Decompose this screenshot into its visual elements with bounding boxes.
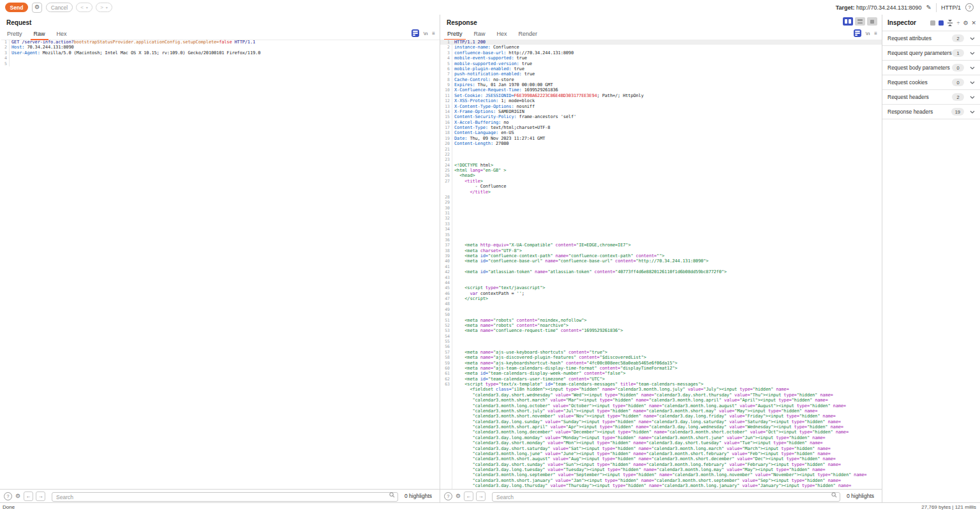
- tab-raw[interactable]: Raw: [28, 31, 51, 40]
- code-line: 25<html lang="en-GB" >: [440, 168, 882, 173]
- layout-columns-button[interactable]: [843, 17, 853, 26]
- edit-target-icon[interactable]: ✎: [926, 4, 932, 11]
- code-line: 10X-Confluence-Request-Time: 16995292618…: [440, 87, 882, 93]
- inspector-section-response-headers[interactable]: Response headers19: [882, 104, 980, 119]
- chevron-down-icon: [970, 66, 975, 70]
- inspector-section-label: Request body parameters: [887, 64, 952, 71]
- layout-rows-button[interactable]: [855, 17, 865, 26]
- search-next-button[interactable]: →: [476, 491, 486, 501]
- code-line: "calendar3.day.short.monday" value="Mon"…: [440, 440, 882, 446]
- inspector-dock-right-icon[interactable]: [939, 20, 944, 26]
- code-line: "calendar3.month.long.october" value="Oc…: [440, 403, 882, 409]
- editor-menu-icon[interactable]: ≡: [874, 31, 877, 36]
- soft-wrap-icon[interactable]: [854, 29, 861, 37]
- request-tabs: PrettyRawHex: [1, 29, 440, 40]
- editor-menu-icon[interactable]: ≡: [432, 31, 435, 36]
- search-settings-icon[interactable]: ⚙: [456, 493, 461, 499]
- response-size-timing: 27,769 bytes | 121 millis: [921, 504, 976, 510]
- code-line: 15Content-Security-Policy: frame-ancesto…: [440, 114, 882, 119]
- code-line: 4: [0, 56, 440, 61]
- request-search-input[interactable]: [52, 492, 398, 502]
- status-bar: Done 27,769 bytes | 121 millis: [0, 502, 980, 510]
- collapse-all-icon[interactable]: [947, 20, 953, 26]
- search-help-icon[interactable]: ?: [4, 492, 12, 500]
- search-help-icon[interactable]: ?: [444, 492, 452, 500]
- count-badge: 0: [952, 64, 964, 71]
- soft-wrap-icon[interactable]: [412, 29, 419, 37]
- code-line: 18Content-Language: en-US: [440, 130, 882, 135]
- code-line: 54: [440, 334, 882, 339]
- divider-icon[interactable]: ÷: [956, 20, 960, 26]
- caret-down-icon: ▾: [86, 5, 88, 10]
- tab-hex[interactable]: Hex: [51, 31, 73, 40]
- next-icon: >: [100, 4, 103, 10]
- count-badge: 19: [951, 108, 964, 116]
- code-line: 45 <script type="text/javascript">: [440, 285, 882, 290]
- code-line: 27 <title>: [440, 179, 882, 184]
- inspector-section-label: Request attributes: [887, 35, 952, 41]
- code-line: 5mobile-supported-version: true: [440, 61, 882, 66]
- count-badge: 2: [952, 34, 964, 42]
- inspector-dock-left-icon[interactable]: [930, 20, 935, 26]
- inspector-section-request-query-parameters[interactable]: Request query parameters1: [882, 45, 980, 60]
- search-next-button[interactable]: →: [36, 491, 45, 501]
- send-button[interactable]: Send: [5, 3, 28, 12]
- inspector-section-request-cookies[interactable]: Request cookies0: [882, 75, 980, 89]
- tab-pretty[interactable]: Pretty: [1, 31, 28, 40]
- inspector-section-request-body-parameters[interactable]: Request body parameters0: [882, 60, 980, 75]
- code-line: 7push-notification-enabled: true: [440, 71, 882, 77]
- search-prev-button[interactable]: ←: [464, 491, 473, 501]
- history-forward-button[interactable]: >▾: [96, 3, 112, 12]
- request-highlights-count: 0 highlights: [405, 493, 432, 499]
- send-settings-button[interactable]: ⚙: [32, 3, 42, 13]
- search-prev-button[interactable]: ←: [24, 491, 33, 501]
- code-line: <fieldset class="i18n hidden"><input typ…: [440, 387, 882, 392]
- inspector-section-request-headers[interactable]: Request headers2: [882, 89, 980, 104]
- tab-hex[interactable]: Hex: [491, 31, 513, 40]
- request-editor[interactable]: 1GET /server-info.action?bootstrapStatus…: [0, 40, 440, 489]
- inspector-section-label: Request cookies: [887, 79, 952, 86]
- tab-pretty[interactable]: Pretty: [442, 31, 468, 40]
- code-line: 2Host: 70.34.244.131:8090: [0, 45, 440, 50]
- gear-icon: ⚙: [34, 4, 40, 10]
- layout-single-button[interactable]: [867, 17, 877, 26]
- search-settings-icon[interactable]: ⚙: [15, 493, 20, 499]
- code-line: </title>: [440, 190, 882, 195]
- inspector-section-request-attributes[interactable]: Request attributes2: [882, 31, 980, 45]
- code-line: "calendar3.month.short.august" value="Au…: [440, 456, 882, 461]
- code-line: 6mobile-plugin-enabled: true: [440, 66, 882, 71]
- history-back-button[interactable]: <▾: [76, 3, 93, 12]
- response-search-input[interactable]: [492, 492, 840, 502]
- show-newlines-icon[interactable]: \n: [866, 31, 870, 36]
- code-line: 17Content-Type: text/html;charset=UTF-8: [440, 125, 882, 130]
- target-url: Target: http://70.34.244.131:8090: [836, 4, 922, 11]
- inspector-section-label: Request query parameters: [887, 50, 952, 56]
- code-line: 11Set-Cookie: JSESSIONID=F6E399BA62223C8…: [440, 93, 882, 98]
- help-icon[interactable]: ?: [965, 3, 974, 11]
- code-line: 36: [440, 237, 882, 243]
- code-line: "calendar3.day.short.sunday" value="Sun"…: [440, 462, 882, 467]
- code-line: 1GET /server-info.action?bootstrapStatus…: [0, 40, 440, 45]
- layout-toggles: [843, 17, 877, 26]
- prev-icon: <: [80, 4, 84, 10]
- close-icon[interactable]: ✕: [971, 20, 976, 26]
- code-line: 41: [440, 264, 882, 269]
- cancel-button[interactable]: Cancel: [46, 3, 73, 12]
- code-line: 13X-Content-Type-Options: nosniff: [440, 104, 882, 109]
- code-line: 31: [440, 211, 882, 216]
- code-line: 43: [440, 275, 882, 280]
- show-newlines-icon[interactable]: \n: [424, 31, 428, 36]
- chevron-down-icon: [970, 96, 975, 99]
- inspector-section-label: Response headers: [887, 109, 951, 115]
- response-editor[interactable]: 1HTTP/1.1 2002instance-name: Confluence3…: [440, 40, 882, 489]
- code-line: "calendar3.month.short.july" value="Jul"…: [440, 409, 882, 414]
- code-line: 3User-Agent: Mozilla/5.0 (Macintosh; Int…: [0, 50, 440, 56]
- code-line: 63 <script type="text/x-template" id="te…: [440, 382, 882, 387]
- response-highlights-count: 0 highlights: [847, 493, 874, 499]
- gear-icon[interactable]: ⚙: [963, 20, 968, 26]
- code-line: 60 <meta name="ajs-team-calendars-displa…: [440, 366, 882, 371]
- tab-render[interactable]: Render: [513, 31, 544, 40]
- code-line: - Confluence: [440, 184, 882, 189]
- tab-raw[interactable]: Raw: [468, 31, 491, 40]
- code-line: 32: [440, 216, 882, 221]
